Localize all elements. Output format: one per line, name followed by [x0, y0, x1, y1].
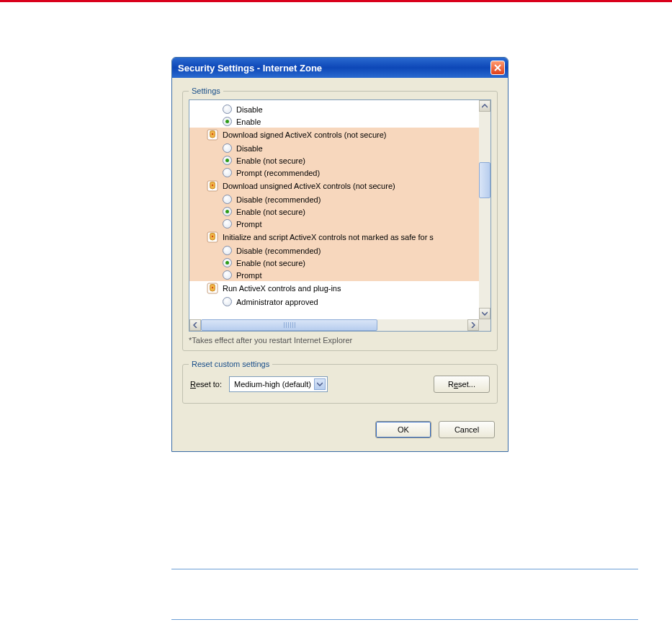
- settings-radio-row[interactable]: Enable (not secure): [189, 205, 479, 218]
- radio-label: Prompt (recommended): [236, 169, 320, 177]
- settings-list[interactable]: DisableEnableDownload signed ActiveX con…: [189, 100, 479, 319]
- settings-footnote: *Takes effect after you restart Internet…: [189, 336, 491, 345]
- chevron-right-icon: [471, 322, 475, 328]
- close-icon: [494, 64, 501, 71]
- horizontal-scrollbar[interactable]: [189, 319, 479, 331]
- radio-label: Enable (not secure): [236, 156, 305, 165]
- category-label: Download unsigned ActiveX controls (not …: [223, 182, 395, 190]
- radio-label: Disable (recommended): [236, 247, 321, 255]
- dialog-title: Security Settings - Internet Zone: [178, 63, 490, 74]
- radio-label: Disable: [236, 105, 263, 114]
- reset-to-label: Reset to:: [190, 380, 222, 389]
- scroll-up-button[interactable]: [479, 100, 490, 112]
- activex-icon: [207, 180, 218, 192]
- settings-radio-row[interactable]: Enable (not secure): [189, 154, 479, 167]
- activex-icon: [207, 129, 218, 141]
- settings-radio-row[interactable]: Prompt (recommended): [189, 167, 479, 179]
- radio-label: Prompt: [236, 271, 261, 280]
- separator-line: [171, 569, 638, 569]
- radio-button[interactable]: [223, 297, 232, 306]
- scroll-thumb-vertical[interactable]: [479, 162, 490, 198]
- settings-legend: Settings: [189, 86, 223, 95]
- titlebar[interactable]: Security Settings - Internet Zone: [172, 58, 508, 78]
- chevron-down-icon: [317, 382, 323, 386]
- svg-point-7: [212, 287, 213, 288]
- category-label: Initialize and script ActiveX controls n…: [223, 233, 434, 241]
- radio-button[interactable]: [223, 117, 232, 126]
- radio-button[interactable]: [223, 207, 232, 216]
- scroll-right-button[interactable]: [467, 319, 479, 331]
- scroll-track-vertical[interactable]: [479, 112, 490, 308]
- radio-button[interactable]: [223, 219, 232, 229]
- radio-button[interactable]: [223, 105, 232, 114]
- reset-button[interactable]: Reset...: [434, 376, 490, 393]
- ok-button[interactable]: OK: [375, 421, 431, 438]
- svg-point-5: [212, 236, 213, 237]
- category-label: Download signed ActiveX controls (not se…: [223, 130, 386, 139]
- category-label: Run ActiveX controls and plug-ins: [223, 284, 341, 293]
- select-dropdown-button[interactable]: [314, 378, 326, 390]
- chevron-down-icon: [482, 311, 488, 316]
- settings-category: Download unsigned ActiveX controls (not …: [189, 179, 479, 193]
- scroll-thumb-horizontal[interactable]: [201, 319, 377, 331]
- settings-radio-row[interactable]: Enable (not secure): [189, 257, 479, 269]
- close-button[interactable]: [490, 61, 505, 75]
- settings-fieldset: Settings DisableEnableDownload signed Ac…: [182, 86, 498, 351]
- reset-to-select[interactable]: Medium-high (default): [229, 376, 328, 392]
- activex-icon: [207, 283, 218, 294]
- vertical-scrollbar[interactable]: [479, 100, 490, 319]
- reset-legend: Reset custom settings: [189, 360, 272, 368]
- radio-label: Prompt: [236, 220, 261, 229]
- activex-icon: [207, 231, 218, 243]
- radio-label: Enable (not secure): [236, 208, 305, 216]
- radio-label: Enable (not secure): [236, 259, 305, 267]
- settings-listbox: DisableEnableDownload signed ActiveX con…: [189, 99, 491, 332]
- radio-button[interactable]: [223, 246, 232, 255]
- scroll-down-button[interactable]: [479, 308, 490, 319]
- chevron-left-icon: [193, 322, 197, 328]
- scroll-track-horizontal[interactable]: [201, 319, 467, 331]
- radio-button[interactable]: [223, 270, 232, 280]
- settings-category: Download signed ActiveX controls (not se…: [189, 128, 479, 142]
- radio-button[interactable]: [223, 258, 232, 267]
- chevron-up-icon: [482, 104, 488, 108]
- scrollbar-corner: [479, 319, 490, 331]
- radio-label: Disable (recommended): [236, 195, 321, 204]
- radio-label: Administrator approved: [236, 298, 318, 306]
- settings-radio-row[interactable]: Enable: [189, 115, 479, 128]
- radio-button[interactable]: [223, 195, 232, 204]
- reset-row: Reset to: Medium-high (default) Reset...: [189, 373, 491, 397]
- svg-point-3: [212, 185, 213, 186]
- radio-label: Disable: [236, 144, 263, 153]
- separator-line: [171, 619, 638, 620]
- settings-category: Run ActiveX controls and plug-ins: [189, 281, 479, 296]
- cancel-button[interactable]: Cancel: [439, 421, 495, 438]
- radio-button[interactable]: [223, 168, 232, 177]
- settings-category: Initialize and script ActiveX controls n…: [189, 230, 479, 244]
- scroll-left-button[interactable]: [189, 319, 201, 331]
- settings-radio-row[interactable]: Administrator approved: [189, 296, 479, 308]
- dialog-body: Settings DisableEnableDownload signed Ac…: [172, 78, 508, 451]
- security-settings-dialog: Security Settings - Internet Zone Settin…: [171, 57, 509, 452]
- radio-button[interactable]: [223, 143, 232, 153]
- settings-radio-row[interactable]: Disable (recommended): [189, 193, 479, 205]
- settings-radio-row[interactable]: Prompt: [189, 218, 479, 230]
- radio-label: Enable: [236, 117, 261, 126]
- settings-radio-row[interactable]: Prompt: [189, 269, 479, 281]
- settings-radio-row[interactable]: Disable (recommended): [189, 244, 479, 257]
- settings-radio-row[interactable]: Disable: [189, 142, 479, 154]
- svg-point-1: [212, 133, 213, 135]
- settings-radio-row[interactable]: Disable: [189, 103, 479, 115]
- radio-button[interactable]: [223, 156, 232, 165]
- reset-to-value: Medium-high (default): [234, 380, 314, 389]
- dialog-button-row: OK Cancel: [182, 412, 498, 441]
- reset-fieldset: Reset custom settings Reset to: Medium-h…: [182, 360, 498, 404]
